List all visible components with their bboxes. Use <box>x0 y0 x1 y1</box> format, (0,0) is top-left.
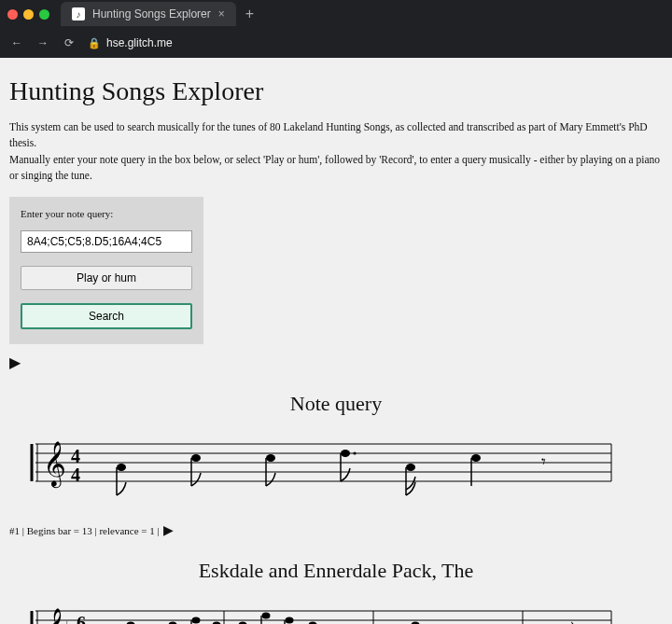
back-icon[interactable]: ← <box>9 36 24 49</box>
page-title: Hunting Songs Explorer <box>9 76 663 106</box>
tab-title: Hunting Songs Explorer <box>92 7 211 21</box>
svg-text:4: 4 <box>71 446 80 466</box>
svg-point-10 <box>117 464 126 471</box>
tab-strip: ♪ Hunting Songs Explorer × + <box>0 0 672 28</box>
play-result-icon[interactable]: ▶ <box>163 522 174 538</box>
result-score: 𝄞 ♭ 6 8 <box>19 592 616 624</box>
query-panel: Enter your note query: Play or hum Searc… <box>9 197 203 344</box>
new-tab-button[interactable]: + <box>245 6 254 22</box>
svg-point-12 <box>191 454 201 462</box>
tab-close-icon[interactable]: × <box>218 7 225 21</box>
result-title: Eskdale and Ennerdale Pack, The <box>9 559 663 583</box>
result-meta-text: #1 | Begins bar = 13 | relevance = 1 | <box>9 525 160 536</box>
svg-text:6: 6 <box>77 613 86 624</box>
svg-point-16 <box>341 450 350 457</box>
svg-text:4: 4 <box>71 465 80 485</box>
note-query-input[interactable] <box>21 230 192 253</box>
tab-favicon: ♪ <box>72 7 85 21</box>
query-play-row: ▶ <box>9 354 663 371</box>
lock-icon: 🔒 <box>88 37 101 49</box>
query-label: Enter your note query: <box>21 208 192 219</box>
reload-icon[interactable]: ⟳ <box>62 36 77 49</box>
play-or-hum-button[interactable]: Play or hum <box>21 266 192 290</box>
browser-tab[interactable]: ♪ Hunting Songs Explorer × <box>61 2 236 26</box>
svg-point-55 <box>286 617 294 623</box>
window-controls <box>7 9 49 20</box>
search-button[interactable]: Search <box>21 303 192 329</box>
window-minimize-icon[interactable] <box>23 9 34 20</box>
browser-chrome: ♪ Hunting Songs Explorer × + ← → ⟳ 🔒 hse… <box>0 0 672 58</box>
svg-point-18 <box>353 451 356 454</box>
svg-point-47 <box>192 617 201 623</box>
treble-clef-icon: 𝄞 <box>43 441 66 489</box>
svg-point-54 <box>262 612 271 618</box>
url-text: hse.glitch.me <box>106 36 173 49</box>
toolbar: ← → ⟳ 🔒 hse.glitch.me <box>0 28 672 58</box>
intro-line-1: This system can be used to search musica… <box>9 119 663 152</box>
forward-icon[interactable]: → <box>35 36 50 49</box>
address-bar[interactable]: 🔒 hse.glitch.me <box>88 36 173 49</box>
svg-point-19 <box>406 464 415 471</box>
result-meta: #1 | Begins bar = 13 | relevance = 1 | ▶ <box>9 522 663 538</box>
svg-text:♭: ♭ <box>65 618 73 624</box>
window-maximize-icon[interactable] <box>39 9 49 20</box>
note-query-heading: Note query <box>9 392 663 416</box>
svg-point-21 <box>471 454 481 462</box>
window-close-icon[interactable] <box>7 9 18 20</box>
note-query-score: 𝄞 4 4 <box>19 425 616 504</box>
intro-line-2: Manually enter your note query in the bo… <box>9 152 663 185</box>
play-query-icon[interactable]: ▶ <box>9 354 21 370</box>
intro-text: This system can be used to search musica… <box>9 119 663 184</box>
page: Hunting Songs Explorer This system can b… <box>0 58 672 624</box>
svg-point-14 <box>266 454 275 462</box>
svg-text:𝄾: 𝄾 <box>541 458 546 465</box>
svg-text:𝄞: 𝄞 <box>43 608 66 624</box>
